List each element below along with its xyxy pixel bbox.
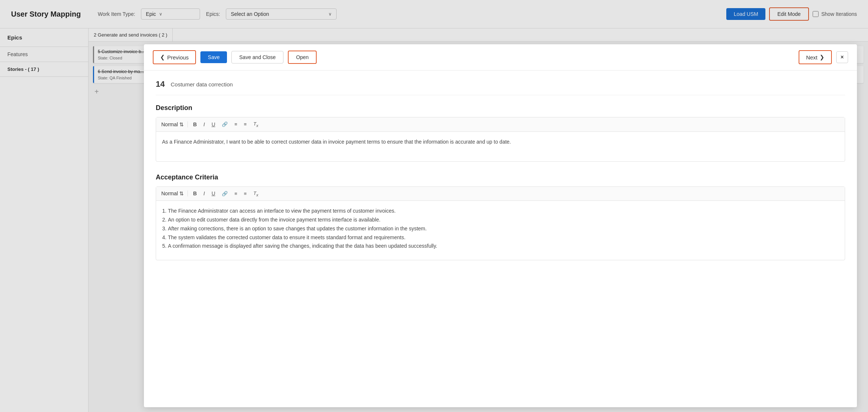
close-modal-button[interactable]: × [836, 51, 848, 63]
acceptance-criteria-list: The Finance Administrator can access an … [156, 201, 845, 260]
acceptance-item-1: The Finance Administrator can access an … [168, 207, 839, 216]
modal: ❮ Previous Save Save and Close Open Next… [144, 44, 857, 407]
acceptance-clear-format-button[interactable]: Tx [252, 190, 259, 198]
modal-toolbar: ❮ Previous Save Save and Close Open Next… [144, 44, 857, 71]
acceptance-criteria-editor[interactable]: Normal ⇅ B I U 🔗 ≡ ≡ Tx The Finance Admi… [156, 186, 845, 261]
description-italic-button[interactable]: I [202, 121, 206, 128]
modal-content: 14 Costumer data correction Description … [144, 71, 857, 407]
description-title: Description [156, 104, 845, 112]
acceptance-item-4: The system validates the corrected custo… [168, 233, 839, 242]
description-link-button[interactable]: 🔗 [220, 121, 229, 128]
page: User Story Mapping Work Item Type: Epic … [0, 0, 868, 412]
description-ordered-list-button[interactable]: ≡ [233, 121, 239, 128]
chevron-right-icon: ❯ [820, 54, 824, 61]
save-button[interactable]: Save [200, 51, 227, 63]
acceptance-underline-button[interactable]: U [210, 190, 217, 197]
description-clear-format-button[interactable]: Tx [252, 120, 259, 128]
item-header: 14 Costumer data correction [156, 79, 845, 95]
previous-button[interactable]: ❮ Previous [153, 50, 196, 64]
save-and-close-button[interactable]: Save and Close [231, 51, 283, 63]
description-format-arrows-icon: ⇅ [179, 121, 184, 127]
acceptance-unordered-list-button[interactable]: ≡ [242, 190, 248, 197]
acceptance-format-value: Normal [161, 190, 178, 196]
acceptance-criteria-section: Acceptance Criteria Normal ⇅ B I U 🔗 ≡ ≡ [156, 174, 845, 261]
description-section: Description Normal ⇅ B I U 🔗 ≡ ≡ Tx [156, 104, 845, 162]
next-button[interactable]: Next ❯ [799, 50, 832, 64]
acceptance-italic-button[interactable]: I [202, 190, 206, 197]
description-format-value: Normal [161, 121, 178, 127]
description-unordered-list-button[interactable]: ≡ [242, 121, 248, 128]
acceptance-item-2: An option to edit customer data directly… [168, 216, 839, 224]
description-format-select[interactable]: Normal ⇅ [161, 121, 188, 127]
open-button[interactable]: Open [288, 51, 317, 64]
item-number: 14 [156, 79, 165, 89]
acceptance-ordered-list-button[interactable]: ≡ [233, 190, 239, 197]
description-editor-toolbar: Normal ⇅ B I U 🔗 ≡ ≡ Tx [156, 117, 845, 132]
description-editor-body[interactable]: As a Finance Administrator, I want to be… [156, 132, 845, 161]
description-editor[interactable]: Normal ⇅ B I U 🔗 ≡ ≡ Tx As a Finance Adm… [156, 117, 845, 162]
acceptance-item-5: A confirmation message is displayed afte… [168, 242, 839, 251]
item-title: Costumer data correction [170, 81, 845, 87]
acceptance-format-arrows-icon: ⇅ [179, 190, 184, 196]
acceptance-item-3: After making corrections, there is an op… [168, 224, 839, 233]
acceptance-editor-toolbar: Normal ⇅ B I U 🔗 ≡ ≡ Tx [156, 187, 845, 201]
acceptance-bold-button[interactable]: B [192, 190, 198, 197]
chevron-left-icon: ❮ [160, 54, 165, 61]
acceptance-format-select[interactable]: Normal ⇅ [161, 190, 188, 196]
description-underline-button[interactable]: U [210, 121, 217, 128]
description-bold-button[interactable]: B [192, 121, 198, 128]
acceptance-criteria-title: Acceptance Criteria [156, 174, 845, 181]
acceptance-link-button[interactable]: 🔗 [220, 190, 229, 197]
